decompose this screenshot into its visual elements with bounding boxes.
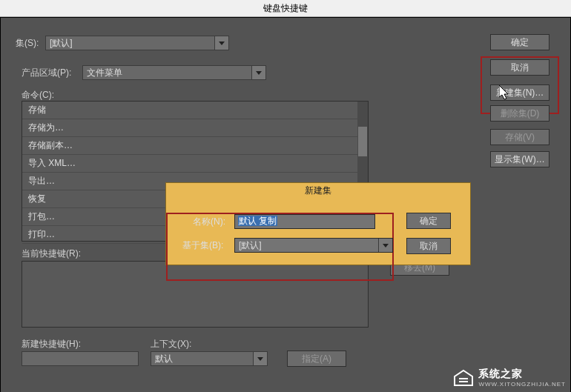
logo-icon <box>453 369 474 387</box>
svg-marker-3 <box>383 244 389 248</box>
based-on-dropdown[interactable]: [默认] <box>234 238 393 253</box>
new-set-dialog: 新建集 名称(N): 默认 复制 基于集(B): [默认] 确定 <box>165 182 471 265</box>
commands-label: 命令(C): <box>22 89 54 102</box>
context-value: 默认 <box>155 353 173 364</box>
watermark: 系统之家 WWW.XITONGZHIJIA.NET <box>453 368 566 388</box>
list-item[interactable]: 存储为… <box>22 119 368 137</box>
name-label: 名称(N): <box>193 216 225 228</box>
new-set-button[interactable]: 新建集(N)… <box>490 84 549 101</box>
product-area-value: 文件菜单 <box>87 67 122 78</box>
new-shortcut-label: 新建快捷键(H): <box>22 338 81 351</box>
ok-button[interactable]: 确定 <box>490 34 549 50</box>
based-on-value: [默认] <box>239 240 262 250</box>
context-label: 上下文(X): <box>151 338 191 351</box>
window-title: 键盘快捷键 <box>263 3 308 13</box>
assign-button[interactable]: 指定(A) <box>287 351 346 367</box>
chevron-down-icon[interactable] <box>378 239 392 252</box>
show-set-button[interactable]: 显示集(W)… <box>490 151 549 167</box>
window-titlebar: 键盘快捷键 <box>0 0 571 17</box>
current-shortcut-label: 当前快捷键(R): <box>22 248 81 260</box>
list-item[interactable]: 存储副本… <box>22 137 368 155</box>
dialog-title: 新建集 <box>166 183 470 198</box>
svg-marker-0 <box>219 41 225 45</box>
delete-set-button[interactable]: 删除集(D) <box>490 105 549 122</box>
svg-marker-1 <box>256 71 262 75</box>
name-input[interactable]: 默认 复制 <box>234 214 375 229</box>
chevron-down-icon[interactable] <box>214 36 228 50</box>
chevron-down-icon[interactable] <box>253 352 267 365</box>
new-shortcut-input[interactable] <box>22 351 139 366</box>
product-area-label: 产品区域(P): <box>22 67 71 79</box>
set-label: 集(S): <box>16 37 39 50</box>
list-item[interactable]: 导入 XML… <box>22 155 368 173</box>
chevron-down-icon[interactable] <box>251 66 265 79</box>
keyboard-shortcuts-window: 键盘快捷键 集(S): [默认] 产品区域(P): 文件菜单 命令(C): 存储… <box>0 0 571 392</box>
watermark-url: WWW.XITONGZHIJIA.NET <box>478 381 566 388</box>
watermark-brand: 系统之家 <box>478 368 566 381</box>
based-on-label: 基于集(B): <box>182 239 223 252</box>
set-value: [默认] <box>50 38 73 48</box>
modal-cancel-button[interactable]: 取消 <box>406 238 451 254</box>
svg-marker-2 <box>257 357 263 361</box>
set-dropdown[interactable]: [默认] <box>45 36 229 50</box>
name-value: 默认 复制 <box>238 216 277 226</box>
context-dropdown[interactable]: 默认 <box>151 351 268 366</box>
dialog-body: 名称(N): 默认 复制 基于集(B): [默认] 确定 取消 <box>166 198 470 265</box>
scrollbar-thumb[interactable] <box>358 127 367 156</box>
modal-ok-button[interactable]: 确定 <box>406 213 451 229</box>
product-area-dropdown[interactable]: 文件菜单 <box>82 65 266 80</box>
list-item[interactable]: 存储 <box>22 102 368 119</box>
save-button[interactable]: 存储(V) <box>490 129 549 145</box>
window-body: 集(S): [默认] 产品区域(P): 文件菜单 命令(C): 存储 存储为… … <box>0 17 571 392</box>
